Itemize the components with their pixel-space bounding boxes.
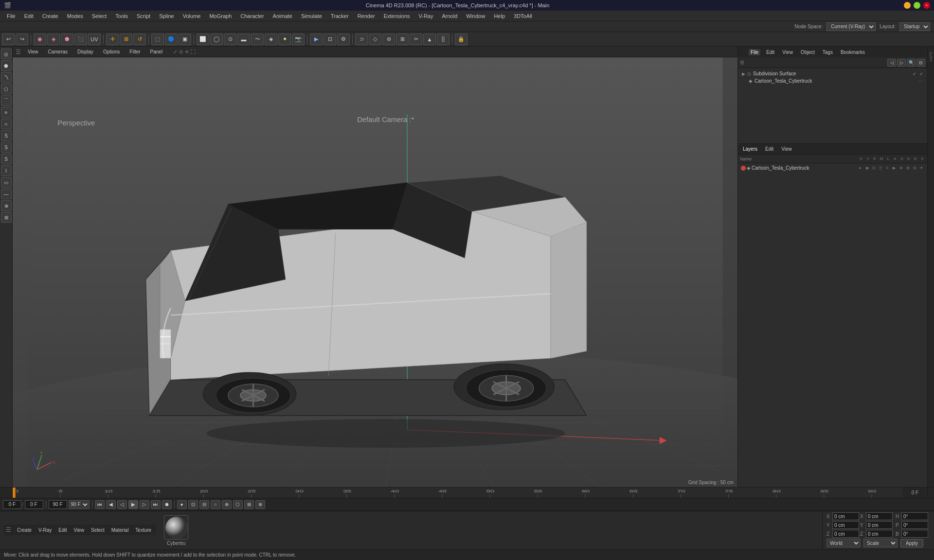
om-forward-btn[interactable]: ▷ [897, 59, 906, 67]
maximize-button[interactable]: □ [914, 2, 920, 9]
lm-icon-render[interactable]: ⊡ [871, 166, 877, 170]
frame-end-1-input[interactable] [49, 500, 67, 509]
om-file-tab[interactable]: File [749, 49, 760, 55]
world-select[interactable]: World [826, 539, 861, 547]
vp-display-btn[interactable]: Display [74, 49, 96, 55]
om-back-btn[interactable]: ◁ [887, 59, 896, 67]
bt-edit-btn[interactable]: Edit [55, 527, 70, 533]
step-back-button[interactable]: ◀ [106, 500, 116, 509]
om-tags-tab[interactable]: Tags [821, 49, 835, 55]
polygon-tool-button[interactable]: ⬟ [1, 60, 12, 71]
knife-button[interactable]: ✂ [410, 34, 422, 45]
bt-vray-btn[interactable]: V-Ray [36, 527, 54, 533]
sym-button[interactable]: ⊜ [382, 34, 395, 45]
pb-mode-8[interactable]: ⊗ [255, 500, 265, 509]
pb-mode-2[interactable]: ⊡ [188, 500, 198, 509]
bt-menu-icon[interactable]: ☰ [6, 526, 11, 533]
menu-tools[interactable]: Tools [111, 12, 132, 20]
vp-expand-icon[interactable]: ⛶ [191, 49, 196, 54]
om-search-btn[interactable]: 🔍 [907, 59, 916, 67]
step-forward-button[interactable]: ▷ [140, 500, 149, 509]
lm-icon-x[interactable]: ✦ [918, 166, 924, 170]
layout-select[interactable]: Startup [899, 22, 930, 31]
instance-button[interactable]: ⊞ [396, 34, 409, 45]
lm-icon-play[interactable]: ▶ [891, 166, 897, 170]
pb-mode-3[interactable]: ⊟ [199, 500, 209, 509]
coord-y-input[interactable] [832, 521, 859, 529]
deform-button[interactable]: ⌒ [1, 95, 12, 106]
menu-modes[interactable]: Modes [63, 12, 87, 20]
undo-button[interactable]: ↩ [2, 34, 15, 45]
sketch-button[interactable]: ⌇ [1, 165, 12, 176]
lm-icon-grid[interactable]: ⣿ [878, 166, 883, 170]
render-region-button[interactable]: ⊡ [323, 34, 336, 45]
poly-obj-button[interactable]: ◈ [265, 34, 277, 45]
menu-animate[interactable]: Animate [269, 12, 296, 20]
live-select-button[interactable]: 🔵 [165, 34, 178, 45]
pb-mode-5[interactable]: ⊕ [222, 500, 232, 509]
boole-button[interactable]: ⊃ [355, 34, 368, 45]
coord-x-input[interactable] [832, 512, 859, 520]
bt-material-btn[interactable]: Material [108, 527, 132, 533]
menu-volume[interactable]: Volume [179, 12, 205, 20]
menu-spline[interactable]: Spline [155, 12, 178, 20]
sphere-button[interactable]: ◯ [210, 34, 223, 45]
object-tool-button[interactable]: ◎ [1, 49, 12, 59]
plane-button[interactable]: ▬ [237, 34, 250, 45]
vp-menu-icon[interactable]: ☰ [16, 49, 21, 55]
cube-button[interactable]: ⬜ [197, 34, 209, 45]
pb-mode-7[interactable]: ⊞ [244, 500, 254, 509]
om-bookmarks-tab[interactable]: Bookmarks [839, 49, 867, 55]
sculpt-button[interactable]: 〽 [1, 72, 12, 83]
pb-mode-4[interactable]: ○ [211, 500, 220, 509]
material-thumbnail[interactable] [164, 515, 188, 540]
select-all-button[interactable]: ⬚ [151, 34, 164, 45]
menu-tracker[interactable]: Tracker [327, 12, 353, 20]
scale-select[interactable]: Scale [863, 539, 898, 547]
array-button[interactable]: ⣿ [437, 34, 449, 45]
menu-help[interactable]: Help [490, 12, 509, 20]
menu-file[interactable]: File [3, 12, 19, 20]
vp-settings-icon[interactable]: ✳ [185, 49, 189, 54]
fps-select[interactable]: 90 F [69, 500, 90, 509]
bt-create-btn[interactable]: Create [14, 527, 35, 533]
rect-select-button[interactable]: ▣ [179, 34, 191, 45]
menu-arnold[interactable]: Arnold [438, 12, 461, 20]
lm-icon-eye[interactable]: ◉ [864, 166, 870, 170]
lm-layer-cybertruck[interactable]: ◈ Cartoon_Tesla_Cybertruck ● ◉ ⊡ ⣿ ≡ ▶ ⊕… [740, 164, 925, 172]
frame-current-input[interactable] [25, 500, 43, 509]
om-object-tab[interactable]: Object [799, 49, 817, 55]
go-to-end-button[interactable]: ⏭ [151, 500, 161, 509]
hair-button[interactable]: ≡ [1, 107, 12, 118]
om-edit-tab[interactable]: Edit [764, 49, 776, 55]
om-item-subdivision[interactable]: ▶ ◇ Subdivision Surface ✓ ✓ [740, 70, 925, 77]
menu-vray[interactable]: V-Ray [415, 12, 437, 20]
vp-options-btn[interactable]: Options [100, 49, 123, 55]
timeline-ruler[interactable]: 0 5 10 15 20 25 30 35 40 45 50 55 60 65 … [13, 488, 903, 498]
lm-layers-tab[interactable]: Layers [741, 146, 759, 152]
vp-link-icon[interactable]: ⤢ [173, 49, 177, 54]
menu-character[interactable]: Character [236, 12, 268, 20]
cloth-button[interactable]: S [1, 142, 12, 153]
om-filter-btn[interactable]: ⊟ [916, 59, 925, 67]
rotate-tool-button[interactable]: ↺ [133, 34, 146, 45]
menu-3dtoall[interactable]: 3DToAll [510, 12, 536, 20]
coord-z-input[interactable] [832, 530, 859, 538]
vp-panel-btn[interactable]: Panel [147, 49, 166, 55]
softbody-button[interactable]: S [1, 154, 12, 164]
render-settings-button[interactable]: ⚙ [337, 34, 350, 45]
menu-render[interactable]: Render [354, 12, 379, 20]
vp-cameras-btn[interactable]: Cameras [45, 49, 71, 55]
lm-icon-m[interactable]: ≡ [884, 166, 890, 170]
viewport[interactable]: Perspective Default Camera :* X Y Z Grid… [13, 57, 737, 487]
model-mode-button[interactable]: ◉ [34, 34, 46, 45]
move-tool-button[interactable]: ✛ [106, 34, 119, 45]
frame-start-input[interactable] [3, 500, 21, 509]
lm-view-tab[interactable]: View [779, 146, 794, 152]
vp-filter-btn[interactable]: Filter [126, 49, 143, 55]
pb-mode-6[interactable]: ⬡ [233, 500, 243, 509]
menu-simulate[interactable]: Simulate [297, 12, 326, 20]
coord-p-input[interactable] [901, 521, 928, 529]
fx-button[interactable]: S [1, 130, 12, 141]
menu-create[interactable]: Create [38, 12, 62, 20]
